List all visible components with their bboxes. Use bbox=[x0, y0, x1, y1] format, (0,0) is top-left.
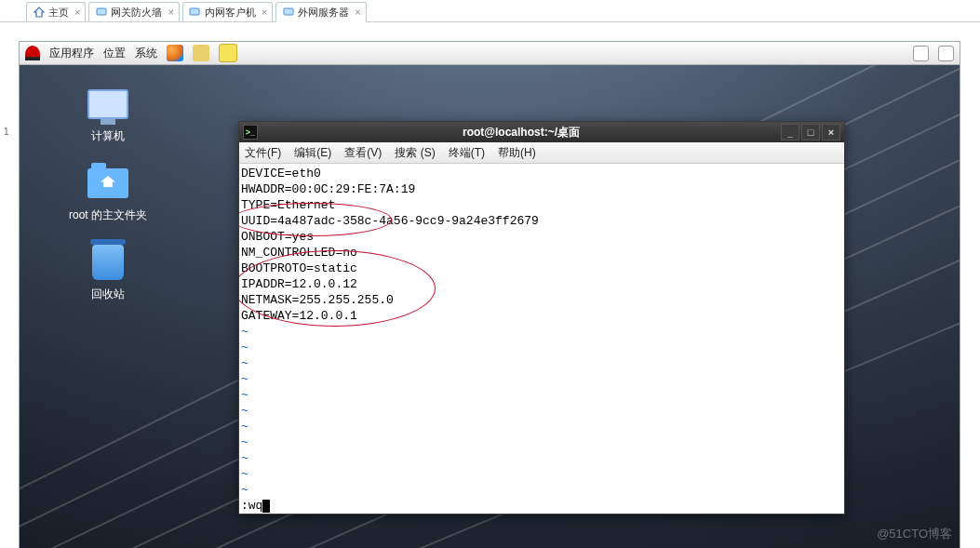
config-line: NM_CONTROLLED=no bbox=[241, 246, 357, 260]
file-manager-icon[interactable] bbox=[193, 45, 209, 61]
home-icon bbox=[33, 7, 45, 19]
vim-tilde: ~ bbox=[241, 341, 248, 354]
desktop-icon-label: root 的主文件夹 bbox=[57, 207, 159, 223]
close-button[interactable]: × bbox=[822, 124, 840, 140]
vim-tilde: ~ bbox=[241, 388, 248, 402]
desktop-icon-home[interactable]: root 的主文件夹 bbox=[57, 163, 159, 223]
config-line: IPADDR=12.0.0.12 bbox=[241, 277, 357, 291]
trash-icon bbox=[92, 245, 124, 280]
vim-tilde: ~ bbox=[241, 467, 248, 481]
config-line: TYPE=Ethernet bbox=[241, 198, 335, 212]
close-icon[interactable]: × bbox=[168, 7, 173, 18]
desktop-icon-label: 计算机 bbox=[57, 128, 159, 144]
menu-search[interactable]: 搜索 (S) bbox=[395, 145, 435, 161]
config-line: GATEWAY=12.0.0.1 bbox=[241, 309, 357, 323]
vm-icon bbox=[95, 7, 107, 19]
desktop-icon-label: 回收站 bbox=[57, 287, 159, 302]
minimize-button[interactable]: _ bbox=[781, 124, 799, 140]
close-icon[interactable]: × bbox=[355, 7, 360, 18]
tray-icon[interactable] bbox=[913, 46, 929, 61]
svg-rect-0 bbox=[97, 8, 106, 15]
firefox-icon[interactable] bbox=[167, 45, 183, 61]
tab-gateway[interactable]: 网关防火墙 × bbox=[88, 2, 179, 21]
vim-tilde: ~ bbox=[241, 404, 248, 418]
gnome-top-panel: 应用程序 位置 系统 bbox=[20, 42, 960, 65]
vm-tab-strip: 主页 × 网关防火墙 × 内网客户机 × 外网服务器 × bbox=[0, 0, 980, 22]
vm-icon bbox=[189, 7, 201, 19]
menu-applications[interactable]: 应用程序 bbox=[49, 46, 94, 61]
tab-client[interactable]: 内网客户机 × bbox=[182, 2, 273, 21]
menu-file[interactable]: 文件(F) bbox=[245, 145, 281, 161]
menu-edit[interactable]: 编辑(E) bbox=[294, 145, 331, 161]
vim-command: :wq bbox=[241, 499, 262, 513]
terminal-title: root@localhost:~/桌面 bbox=[263, 125, 779, 140]
tab-client-label: 内网客户机 bbox=[205, 6, 256, 20]
menu-view[interactable]: 查看(V) bbox=[344, 145, 382, 161]
vim-tilde: ~ bbox=[241, 372, 248, 386]
terminal-body[interactable]: DEVICE=eth0 HWADDR=00:0C:29:FE:7A:19 TYP… bbox=[239, 164, 844, 514]
desktop-icon-trash[interactable]: 回收站 bbox=[57, 242, 159, 302]
close-icon[interactable]: × bbox=[74, 7, 80, 18]
terminal-window: >_ root@localhost:~/桌面 _ □ × 文件(F) 编辑(E)… bbox=[238, 121, 845, 515]
vim-tilde: ~ bbox=[241, 356, 248, 370]
vm-guest-screen: 应用程序 位置 系统 计算机 root 的主文件夹 回 bbox=[19, 41, 960, 548]
vim-tilde: ~ bbox=[241, 420, 248, 434]
vim-tilde: ~ bbox=[241, 435, 248, 449]
menu-system[interactable]: 系统 bbox=[135, 46, 157, 61]
menu-places[interactable]: 位置 bbox=[103, 46, 126, 61]
tab-home[interactable]: 主页 × bbox=[26, 2, 86, 21]
svg-rect-1 bbox=[190, 8, 199, 15]
terminal-titlebar[interactable]: >_ root@localhost:~/桌面 _ □ × bbox=[239, 122, 844, 142]
close-icon[interactable]: × bbox=[262, 7, 267, 18]
config-line: BOOTPROTO=static bbox=[241, 261, 357, 275]
terminal-icon: >_ bbox=[243, 125, 258, 140]
folder-icon bbox=[87, 168, 128, 198]
desktop-icon-computer[interactable]: 计算机 bbox=[57, 84, 159, 144]
svg-rect-2 bbox=[284, 8, 293, 15]
terminal-menubar: 文件(F) 编辑(E) 查看(V) 搜索 (S) 终端(T) 帮助(H) bbox=[239, 142, 844, 164]
config-line: NETMASK=255.255.255.0 bbox=[241, 293, 394, 307]
config-line: UUID=4a487adc-358c-4a56-9cc9-9a24e3ff267… bbox=[241, 214, 539, 228]
redhat-icon[interactable] bbox=[25, 46, 40, 60]
cursor bbox=[262, 500, 270, 513]
notes-icon[interactable] bbox=[219, 44, 237, 62]
config-line: DEVICE=eth0 bbox=[241, 167, 321, 180]
config-line: ONBOOT=yes bbox=[241, 230, 314, 244]
vim-tilde: ~ bbox=[241, 325, 248, 339]
desktop-background[interactable]: 计算机 root 的主文件夹 回收站 >_ root@localhost:~/桌… bbox=[20, 65, 960, 548]
tab-server[interactable]: 外网服务器 × bbox=[275, 2, 366, 22]
tab-home-label: 主页 bbox=[48, 6, 69, 20]
config-line: HWADDR=00:0C:29:FE:7A:19 bbox=[241, 182, 415, 196]
tab-gateway-label: 网关防火墙 bbox=[111, 6, 162, 20]
menu-terminal[interactable]: 终端(T) bbox=[449, 145, 485, 161]
menu-help[interactable]: 帮助(H) bbox=[498, 145, 536, 161]
tab-server-label: 外网服务器 bbox=[298, 6, 349, 20]
maximize-button[interactable]: □ bbox=[801, 124, 820, 140]
computer-icon bbox=[87, 89, 128, 119]
watermark: @51CTO博客 bbox=[877, 526, 952, 542]
vm-icon bbox=[282, 7, 294, 19]
vim-tilde: ~ bbox=[241, 483, 248, 497]
vim-tilde: ~ bbox=[241, 451, 248, 465]
tray-icon[interactable] bbox=[938, 46, 954, 61]
